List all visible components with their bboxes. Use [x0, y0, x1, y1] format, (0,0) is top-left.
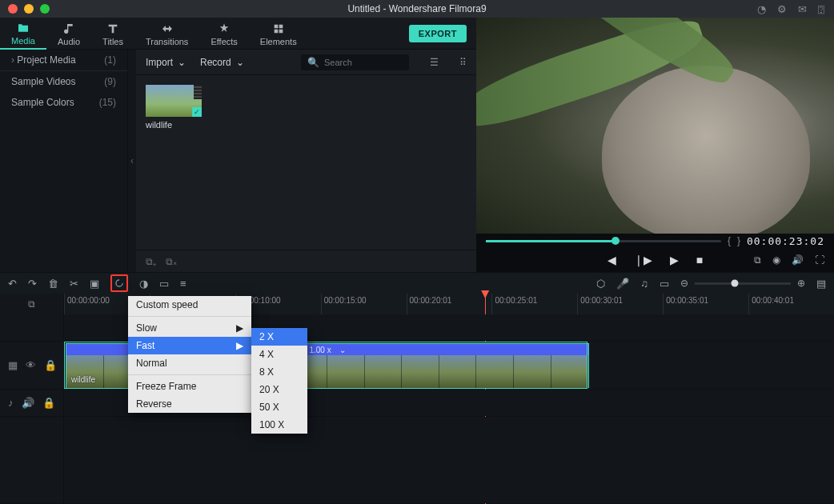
tab-titles[interactable]: Titles	[91, 18, 134, 49]
volume-icon[interactable]: 🔊	[792, 254, 804, 266]
export-button[interactable]: EXPORT	[409, 25, 467, 42]
tab-media[interactable]: Media	[0, 18, 46, 50]
search-input[interactable]	[324, 58, 403, 67]
chevron-down-icon: ⌄	[178, 57, 186, 68]
submenu-item-8x[interactable]: 8 X	[251, 363, 307, 381]
clip-thumbnail: ✓	[146, 85, 202, 117]
user-icon[interactable]: ◔	[757, 3, 766, 15]
chevron-down-icon: ⌄	[339, 346, 346, 354]
close-window-button[interactable]	[8, 4, 18, 14]
video-track-gutter: ▦ 👁 🔒	[0, 342, 64, 389]
step-back-button[interactable]: ❘▶	[634, 254, 652, 266]
sidebar-item-sample-videos[interactable]: Sample Videos (9)	[0, 71, 127, 92]
audio-track-gutter: ♪ 🔊 🔒	[0, 390, 64, 416]
tab-audio[interactable]: Audio	[46, 18, 91, 49]
speed-context-menu: Custom speed Slow▶ Fast▶ Normal Freeze F…	[128, 296, 251, 413]
set-in-point-icon[interactable]: {	[728, 235, 731, 246]
remove-folder-icon[interactable]: ⧉ₓ	[166, 256, 177, 267]
undo-button[interactable]: ↶	[8, 278, 17, 290]
adjust-button[interactable]: ≡	[180, 278, 186, 290]
submenu-arrow-icon: ▶	[236, 340, 243, 351]
render-icon[interactable]: ▭	[660, 278, 669, 290]
import-dropdown[interactable]: Import⌄	[146, 57, 186, 68]
chevron-down-icon: ⌄	[236, 57, 244, 68]
zoom-out-button[interactable]: ⊖	[680, 278, 688, 289]
snapshot-icon[interactable]: ◉	[772, 254, 780, 266]
scrubber-track[interactable]	[486, 240, 721, 242]
tab-transitions[interactable]: Transitions	[134, 18, 199, 49]
set-out-point-icon[interactable]: }	[737, 235, 740, 246]
timeline-layout-icon[interactable]: ▤	[816, 278, 826, 290]
titlebar: Untitled - Wondershare Filmora9 ◔ ⚙ ✉ ⍰	[0, 0, 834, 18]
window-title: Untitled - Wondershare Filmora9	[347, 3, 486, 14]
grid-view-icon[interactable]: ⠿	[459, 57, 467, 68]
scrubber-knob[interactable]	[611, 237, 619, 245]
fullscreen-icon[interactable]: ⛶	[815, 254, 824, 266]
maximize-window-button[interactable]	[40, 4, 50, 14]
preview-video[interactable]	[476, 18, 834, 234]
settings-icon[interactable]: ⚙	[777, 3, 787, 15]
menu-item-normal[interactable]: Normal	[128, 354, 251, 372]
voiceover-icon[interactable]: 🎤	[616, 278, 629, 290]
submenu-arrow-icon: ▶	[236, 322, 243, 334]
submenu-item-20x[interactable]: 20 X	[251, 381, 307, 398]
zoom-control: ⊖ ⊕	[680, 278, 805, 289]
submenu-item-2x[interactable]: 2 X	[251, 328, 307, 346]
overlay-track-gutter	[0, 314, 64, 341]
visibility-icon[interactable]: 👁	[26, 359, 36, 371]
titles-icon	[106, 22, 119, 35]
quality-icon[interactable]: ⧉	[754, 254, 761, 266]
submenu-item-50x[interactable]: 50 X	[251, 398, 307, 416]
split-button[interactable]: ✂	[70, 278, 78, 290]
menu-item-freeze-frame[interactable]: Freeze Frame	[128, 378, 251, 395]
main-tabs: Media Audio Titles Transitions Effects E…	[0, 18, 476, 50]
traffic-lights	[0, 4, 50, 14]
music-icon: ♪	[8, 397, 14, 409]
play-button[interactable]: ▶	[670, 254, 679, 266]
notifications-icon[interactable]: ✉	[798, 3, 807, 15]
lock-icon[interactable]: 🔒	[42, 397, 55, 409]
record-dropdown[interactable]: Record⌄	[200, 57, 244, 68]
minimize-window-button[interactable]	[24, 4, 34, 14]
green-screen-button[interactable]: ▭	[159, 278, 169, 290]
media-clip[interactable]: ✓ wildlife	[146, 85, 202, 130]
tab-elements[interactable]: Elements	[249, 18, 308, 49]
redo-button[interactable]: ↷	[28, 278, 37, 290]
track-manager-icon[interactable]: ⧉	[0, 294, 64, 314]
sidebar-item-project-media[interactable]: › Project Media (1)	[0, 50, 127, 71]
timecode-display: 00:00:23:02	[747, 235, 824, 247]
delete-button[interactable]: 🗑	[48, 278, 58, 290]
submenu-item-4x[interactable]: 4 X	[251, 346, 307, 363]
help-icon[interactable]: ⍰	[818, 3, 824, 15]
speed-button[interactable]	[110, 274, 128, 292]
color-button[interactable]: ◑	[139, 278, 148, 290]
transport-controls: ◀ ❘▶ ▶ ■ ⧉ ◉ 🔊 ⛶	[476, 248, 834, 272]
zoom-in-button[interactable]: ⊕	[797, 278, 805, 289]
tab-effects[interactable]: Effects	[199, 18, 248, 49]
sidebar-item-sample-colors[interactable]: Sample Colors (15)	[0, 92, 127, 113]
search-box[interactable]: 🔍	[301, 54, 409, 70]
menu-item-custom-speed[interactable]: Custom speed	[128, 296, 251, 314]
preview-content-image	[602, 66, 810, 234]
media-sidebar: › Project Media (1) Sample Videos (9) Sa…	[0, 50, 128, 272]
zoom-slider[interactable]	[695, 282, 791, 285]
mixer-icon[interactable]: ♫	[640, 278, 648, 290]
prev-frame-button[interactable]: ◀	[607, 254, 616, 266]
scrubber: { } 00:00:23:02	[476, 234, 834, 248]
menu-item-reverse[interactable]: Reverse	[128, 395, 251, 413]
filter-icon[interactable]: ☰̄	[430, 57, 439, 68]
crop-button[interactable]: ▣	[90, 278, 99, 290]
lock-icon[interactable]: 🔒	[44, 359, 57, 371]
marker-icon[interactable]: ⬡	[596, 278, 605, 290]
timeline-toolbar: ↶ ↷ 🗑 ✂ ▣ ◑ ▭ ≡ ⬡ 🎤 ♫ ▭ ⊖ ⊕ ▤	[0, 273, 834, 294]
mute-icon[interactable]: 🔊	[22, 397, 34, 409]
stop-button[interactable]: ■	[696, 254, 703, 266]
menu-item-slow[interactable]: Slow▶	[128, 319, 251, 337]
preview-panel: { } 00:00:23:02 ◀ ❘▶ ▶ ■ ⧉ ◉ 🔊 ⛶	[476, 18, 834, 272]
add-folder-icon[interactable]: ⧉₊	[146, 256, 156, 267]
submenu-item-100x[interactable]: 100 X	[251, 416, 307, 434]
checkmark-icon: ✓	[192, 107, 202, 117]
media-toolbar: Import⌄ Record⌄ 🔍 ☰̄ ⠿	[136, 50, 476, 75]
sidebar-collapse-handle[interactable]: ‹	[128, 50, 136, 272]
menu-item-fast[interactable]: Fast▶	[128, 337, 251, 354]
